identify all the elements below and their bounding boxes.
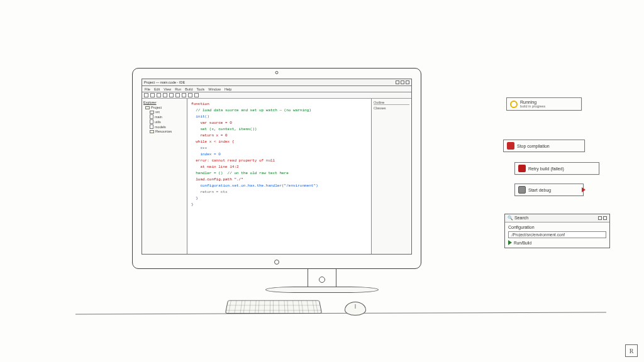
folder-icon [150, 111, 154, 114]
code-line: set (x, context, items()) [191, 127, 257, 131]
outline-pane: Outline Classes [371, 99, 411, 254]
tree-item-utils[interactable]: utils [143, 119, 186, 124]
code-editor[interactable]: function // load data source and set up … [187, 99, 371, 254]
keyboard [225, 300, 322, 314]
maximize-button[interactable] [401, 80, 404, 84]
code-line: at main line 14:2 [191, 165, 239, 169]
code-line: x++ [191, 146, 207, 150]
panel-titlebar: 🔍 Search [505, 214, 609, 222]
code-line: handler = () // on the old raw text here [191, 171, 289, 175]
debug-badge-icon [518, 186, 526, 194]
ide-window: Project — main.code - IDE File Edit View… [142, 79, 412, 255]
code-line: load.config.path "./" [191, 177, 243, 182]
config-path-input[interactable] [508, 231, 606, 238]
project-root-label: Project [151, 106, 162, 109]
panel-minimize-button[interactable] [598, 216, 602, 220]
project-root[interactable]: Project [143, 106, 186, 109]
search-panel: 🔍 Search Configuration Run/Build [504, 214, 610, 248]
run-build-button[interactable]: Run/Build [508, 240, 606, 245]
callout-stop[interactable]: Stop compilation [503, 140, 585, 152]
code-line: index = 0 [191, 152, 221, 156]
run-icon[interactable] [175, 93, 180, 97]
toolbar [142, 92, 411, 99]
new-file-icon[interactable] [144, 93, 148, 97]
redo-icon[interactable] [169, 93, 174, 97]
menu-view[interactable]: View [164, 87, 171, 91]
tree-label: Resources [155, 129, 172, 133]
callout-title: Running [520, 100, 536, 104]
menu-run[interactable]: Run [175, 87, 181, 91]
menu-edit[interactable]: Edit [154, 87, 160, 91]
callout-retry[interactable]: Retry build (failed) [514, 162, 599, 175]
monitor-power-button [319, 277, 325, 283]
code-line: init() [191, 114, 209, 119]
code-line: var source = 0 [191, 121, 232, 125]
menubar: File Edit View Run Build Tools Window He… [142, 86, 411, 92]
menu-file[interactable]: File [145, 87, 150, 91]
tree-label: utils [155, 120, 161, 124]
spinner-icon [510, 101, 518, 108]
artist-signature: R [625, 344, 638, 357]
code-line: function [191, 102, 209, 106]
panel-field-label: Configuration [508, 225, 606, 229]
callout-running: Running build in progress [506, 97, 582, 111]
code-line: // load data source and set up watch — (… [191, 108, 311, 112]
play-icon [508, 240, 512, 245]
minimize-button[interactable] [396, 80, 399, 84]
error-badge-icon [518, 165, 526, 172]
callout-debug[interactable]: Start debug [514, 184, 584, 196]
callout-text: Running build in progress [520, 100, 545, 108]
menu-tools[interactable]: Tools [197, 87, 205, 91]
tree-item-models[interactable]: models [143, 124, 186, 129]
monitor-frame: Project — main.code - IDE File Edit View… [132, 68, 421, 269]
callout-label: Start debug [528, 188, 551, 192]
debug-icon[interactable] [182, 93, 186, 97]
menu-help[interactable]: Help [225, 87, 231, 91]
outline-item[interactable]: Classes [374, 106, 409, 110]
stop-icon [507, 142, 514, 150]
webcam-icon [275, 71, 279, 74]
code-line: while x < index { [191, 140, 234, 144]
callout-subtitle: build in progress [520, 104, 545, 108]
tree-label: models [155, 125, 166, 129]
monitor-stand-base [265, 287, 379, 293]
window-controls [396, 80, 409, 84]
code-line: error: cannot read property of null [191, 158, 275, 163]
arrow-right-icon [582, 187, 586, 192]
tree-label: main [155, 115, 162, 119]
panel-title: Search [514, 216, 528, 220]
close-button[interactable] [406, 80, 409, 84]
ide-body: Explorer Project src main utils [142, 99, 411, 254]
undo-icon[interactable] [163, 93, 167, 97]
save-icon[interactable] [157, 93, 161, 97]
settings-icon[interactable] [194, 93, 199, 97]
open-icon[interactable] [150, 93, 155, 97]
file-explorer: Explorer Project src main utils [142, 99, 187, 254]
mouse [345, 302, 366, 315]
tree-item-src[interactable]: src [143, 110, 186, 114]
callout-label: Stop compilation [517, 144, 550, 148]
tree-item-main[interactable]: main [143, 114, 186, 119]
code-line: } [191, 196, 198, 200]
menu-window[interactable]: Window [208, 87, 221, 91]
menu-build[interactable]: Build [185, 87, 192, 91]
callout-label: Retry build (failed) [528, 167, 564, 171]
run-build-label: Run/Build [514, 241, 531, 245]
file-icon [150, 119, 153, 124]
titlebar: Project — main.code - IDE [142, 79, 411, 86]
code-line: configuration.set.on.has.the.handler("/e… [191, 184, 318, 188]
code-line: return x = 0 [191, 133, 228, 138]
window-title: Project — main.code - IDE [144, 80, 185, 84]
tree-label: src [155, 110, 160, 114]
panel-close-button[interactable] [603, 216, 607, 220]
tree-item-resources[interactable]: Resources [143, 129, 186, 133]
folder-icon [145, 106, 150, 109]
explorer-header: Explorer [143, 101, 186, 104]
desk-line [75, 312, 606, 315]
file-icon [150, 124, 153, 129]
monitor-home-button [274, 260, 279, 265]
code-line: } [191, 202, 194, 207]
outline-title: Outline [374, 101, 409, 105]
stop-icon[interactable] [188, 93, 192, 97]
folder-icon [150, 130, 154, 133]
